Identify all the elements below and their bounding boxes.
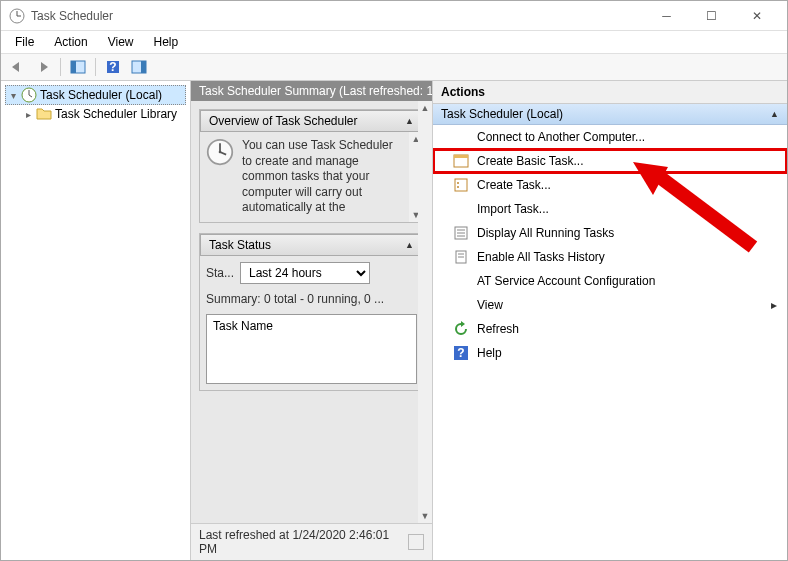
svg-point-19 <box>457 182 459 184</box>
overview-panel: Overview of Task Scheduler ▲ You can use… <box>199 109 424 223</box>
action-label: Create Task... <box>477 178 551 192</box>
status-period-select[interactable]: Last 24 hours <box>240 262 370 284</box>
window-title: Task Scheduler <box>31 9 644 23</box>
action-label: AT Service Account Configuration <box>477 274 655 288</box>
svg-text:?: ? <box>457 346 464 360</box>
summary-footer: Last refreshed at 1/24/2020 2:46:01 PM <box>191 523 432 560</box>
blank-icon <box>453 201 469 217</box>
toolbar: ? <box>1 53 787 81</box>
menu-file[interactable]: File <box>5 33 44 51</box>
overview-title: Overview of Task Scheduler <box>209 114 358 128</box>
tree-root-label: Task Scheduler (Local) <box>40 88 162 102</box>
blank-icon <box>453 273 469 289</box>
menu-help[interactable]: Help <box>144 33 189 51</box>
action-label: View <box>477 298 503 312</box>
action-label: Create Basic Task... <box>477 154 584 168</box>
maximize-button[interactable]: ☐ <box>689 2 734 30</box>
svg-rect-4 <box>71 61 76 73</box>
help-button[interactable]: ? <box>101 56 125 78</box>
action-label: Display All Running Tasks <box>477 226 614 240</box>
expand-icon[interactable]: ▾ <box>8 90 18 101</box>
refresh-icon[interactable] <box>408 534 424 550</box>
main-body: ▾ Task Scheduler (Local) ▸ Task Schedule… <box>1 81 787 560</box>
action-item-connect-to-another-computer[interactable]: Connect to Another Computer... <box>433 125 787 149</box>
svg-rect-18 <box>455 179 467 191</box>
overview-header[interactable]: Overview of Task Scheduler ▲ <box>200 110 423 132</box>
action-item-at-service-account-configuration[interactable]: AT Service Account Configuration <box>433 269 787 293</box>
toolbar-separator <box>95 58 96 76</box>
window-buttons: ─ ☐ ✕ <box>644 2 779 30</box>
task-name-header: Task Name <box>213 319 273 333</box>
help-icon: ? <box>453 345 469 361</box>
summary-scrollbar[interactable]: ▲▼ <box>418 101 432 523</box>
last-refreshed-label: Last refreshed at 1/24/2020 2:46:01 PM <box>199 528 408 556</box>
clock-icon <box>21 87 37 103</box>
svg-point-20 <box>457 186 459 188</box>
clock-icon <box>206 138 234 166</box>
task-name-list[interactable]: Task Name <box>206 314 417 384</box>
minimize-button[interactable]: ─ <box>644 2 689 30</box>
menu-view[interactable]: View <box>98 33 144 51</box>
app-icon <box>9 8 25 24</box>
action-item-create-basic-task[interactable]: Create Basic Task... <box>433 149 787 173</box>
toolbar-separator <box>60 58 61 76</box>
summary-content: Overview of Task Scheduler ▲ You can use… <box>191 101 432 523</box>
tree-root[interactable]: ▾ Task Scheduler (Local) <box>5 85 186 105</box>
tree-pane: ▾ Task Scheduler (Local) ▸ Task Schedule… <box>1 81 191 560</box>
collapse-icon[interactable]: ▲ <box>405 116 414 126</box>
blank-icon <box>453 129 469 145</box>
action-item-help[interactable]: ?Help <box>433 341 787 365</box>
close-button[interactable]: ✕ <box>734 2 779 30</box>
running-icon <box>453 225 469 241</box>
forward-button[interactable] <box>31 56 55 78</box>
svg-rect-17 <box>454 155 468 158</box>
actions-section-label: Task Scheduler (Local) <box>441 107 563 121</box>
svg-point-15 <box>219 151 222 154</box>
action-item-view[interactable]: View▸ <box>433 293 787 317</box>
history-icon <box>453 249 469 265</box>
show-action-pane-button[interactable] <box>127 56 151 78</box>
overview-text: You can use Task Scheduler to create and… <box>242 138 405 216</box>
actions-list: Connect to Another Computer...Create Bas… <box>433 125 787 560</box>
show-hide-tree-button[interactable] <box>66 56 90 78</box>
task-scheduler-window: Task Scheduler ─ ☐ ✕ File Action View He… <box>0 0 788 561</box>
action-item-import-task[interactable]: Import Task... <box>433 197 787 221</box>
actions-section-header[interactable]: Task Scheduler (Local) ▲ <box>433 104 787 125</box>
action-item-display-all-running-tasks[interactable]: Display All Running Tasks <box>433 221 787 245</box>
collapse-icon[interactable]: ▲ <box>770 109 779 119</box>
menubar: File Action View Help <box>1 31 787 53</box>
titlebar: Task Scheduler ─ ☐ ✕ <box>1 1 787 31</box>
menu-action[interactable]: Action <box>44 33 97 51</box>
action-item-enable-all-tasks-history[interactable]: Enable All Tasks History <box>433 245 787 269</box>
actions-title: Actions <box>433 81 787 104</box>
tree-library[interactable]: ▸ Task Scheduler Library <box>5 105 186 123</box>
refresh-icon <box>453 321 469 337</box>
task-status-panel: Task Status ▲ Sta... Last 24 hours Summa… <box>199 233 424 391</box>
action-item-create-task[interactable]: Create Task... <box>433 173 787 197</box>
tree-library-label: Task Scheduler Library <box>55 107 177 121</box>
svg-rect-8 <box>141 61 146 73</box>
submenu-arrow-icon: ▸ <box>771 298 777 312</box>
action-label: Import Task... <box>477 202 549 216</box>
action-item-refresh[interactable]: Refresh <box>433 317 787 341</box>
status-label: Sta... <box>206 266 234 280</box>
blank-icon <box>453 297 469 313</box>
task-status-title: Task Status <box>209 238 271 252</box>
actions-pane: Actions Task Scheduler (Local) ▲ Connect… <box>432 81 787 560</box>
action-label: Enable All Tasks History <box>477 250 605 264</box>
task-icon <box>453 177 469 193</box>
expand-icon[interactable]: ▸ <box>23 109 33 120</box>
action-label: Help <box>477 346 502 360</box>
folder-icon <box>36 106 52 122</box>
collapse-icon[interactable]: ▲ <box>405 240 414 250</box>
action-label: Connect to Another Computer... <box>477 130 645 144</box>
summary-line: Summary: 0 total - 0 running, 0 ... <box>206 292 417 306</box>
summary-header: Task Scheduler Summary (Last refreshed: … <box>191 81 432 101</box>
back-button[interactable] <box>5 56 29 78</box>
action-label: Refresh <box>477 322 519 336</box>
svg-text:?: ? <box>109 60 116 74</box>
task-status-header[interactable]: Task Status ▲ <box>200 234 423 256</box>
basic-icon <box>453 153 469 169</box>
summary-pane: Task Scheduler Summary (Last refreshed: … <box>191 81 432 560</box>
